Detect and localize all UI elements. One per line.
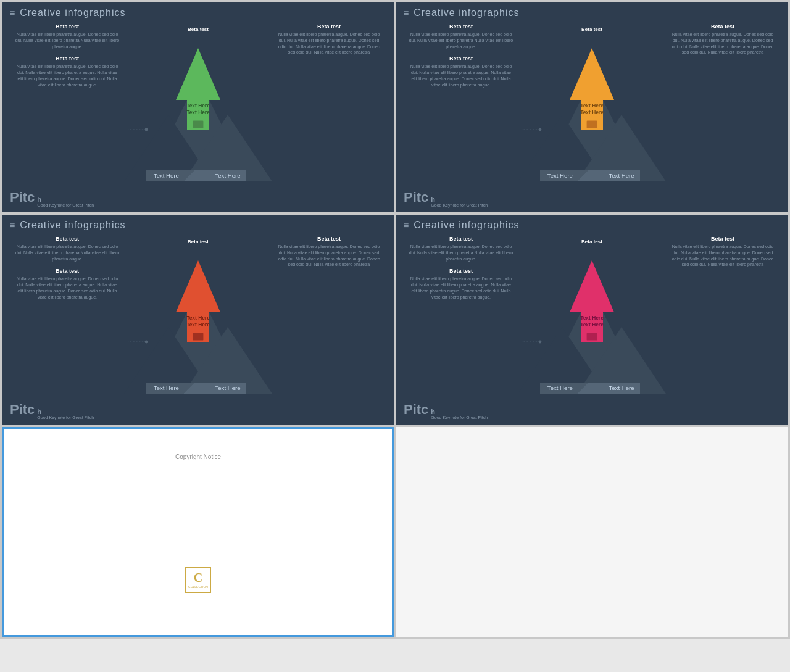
- svg-text:Text Here: Text Here: [580, 102, 604, 109]
- slide-1-beta-left: Beta test: [15, 56, 120, 62]
- slide-1-content: Beta test Nulla vitae elit libero pharet…: [2, 23, 394, 196]
- slide-2-beta-top: Beta test: [409, 23, 514, 30]
- slide-4-lorem-bottom: Nulla vitae elit libero pharetra augue. …: [409, 276, 514, 300]
- slide-1-footer: Pitc h Good Keynote for Great Pitch: [10, 191, 94, 207]
- slide-1-title: Creative infographics: [20, 7, 125, 19]
- slide-1-lorem-top: Nulla vitae elit libero pharetra augue. …: [15, 31, 120, 49]
- slide-4-beta-left: Beta test: [409, 268, 514, 274]
- slide-3-pyramid: Text Here Text Here Text Here Text Here: [120, 246, 276, 409]
- slide-3-beta-right: Beta test: [276, 236, 381, 242]
- slide-2[interactable]: ≡ Creative infographics Beta test Nulla …: [396, 2, 788, 212]
- svg-text:Text Here: Text Here: [186, 315, 210, 321]
- slide-1-beta-right: Beta test: [276, 23, 381, 30]
- slide-1-lorem-bottom: Nulla vitae elit libero pharetra augue. …: [15, 64, 120, 88]
- svg-rect-47: [587, 333, 597, 341]
- slide-4-right-text: Beta test Nulla vitae elit libero pharet…: [670, 236, 775, 274]
- svg-text:Text Here: Text Here: [186, 321, 210, 328]
- slide-1-header: ≡ Creative infographics: [2, 2, 394, 23]
- slide-3-lorem-top: Nulla vitae elit libero pharetra augue. …: [15, 244, 120, 262]
- slide-4-pyramid: Text Here Text Here Text Here Text Here: [514, 246, 670, 409]
- slide-1-right-text: Beta test Nulla vitae elit libero pharet…: [276, 23, 381, 62]
- slide-4-title: Creative infographics: [414, 220, 519, 231]
- slide-1-left-text: Beta test Nulla vitae elit libero pharet…: [15, 23, 120, 94]
- slide-3-right-text: Beta test Nulla vitae elit libero pharet…: [276, 236, 381, 274]
- slide-4-beta-top: Beta test: [409, 236, 514, 242]
- slide-4-content: Beta test Nulla vitae elit libero pharet…: [396, 236, 788, 409]
- svg-text:Text Here: Text Here: [186, 109, 210, 115]
- slide-1[interactable]: ≡ Creative infographics Beta test Nulla …: [2, 2, 394, 212]
- svg-text:Text Here: Text Here: [154, 384, 179, 391]
- slide-3-beta-top: Beta test: [15, 236, 120, 242]
- slide-3-pitch-sub: Good Keynote for Great Pitch: [37, 415, 94, 420]
- svg-text:Text Here: Text Here: [609, 172, 634, 179]
- slides-grid: ≡ Creative infographics Beta test Nulla …: [0, 0, 790, 639]
- slide-3-center: Beta test Text Here Text Here Text Here …: [120, 236, 276, 409]
- slide-4-footer: Pitc h Good Keynote for Great Pitch: [404, 403, 488, 420]
- svg-rect-8: [193, 121, 204, 128]
- slide-2-beta-left: Beta test: [409, 56, 514, 62]
- svg-text:C: C: [194, 571, 202, 584]
- slide-4-pitch-h: h: [431, 408, 488, 415]
- slide-2-center: Beta test Text Here Text Here Text Here …: [514, 23, 670, 196]
- slide-2-title: Creative infographics: [414, 7, 519, 19]
- slide-3-content: Beta test Nulla vitae elit libero pharet…: [2, 236, 394, 409]
- svg-text:Text Here: Text Here: [547, 172, 573, 179]
- hamburger-icon-4: ≡: [404, 220, 409, 230]
- slide-2-footer: Pitc h Good Keynote for Great Pitch: [404, 191, 488, 207]
- slide-2-beta-right: Beta test: [670, 23, 775, 30]
- svg-text:Text Here: Text Here: [547, 384, 573, 391]
- copyright-notice: Copyright Notice: [175, 454, 221, 460]
- copyright-slide: Copyright Notice C COLLECTION: [2, 427, 394, 637]
- slide-4-pitch: Pitc: [404, 403, 428, 417]
- svg-text:Text Here: Text Here: [580, 109, 604, 115]
- slide-3-footer: Pitc h Good Keynote for Great Pitch: [10, 403, 94, 420]
- slide-3[interactable]: ≡ Creative infographics Beta test Nulla …: [2, 215, 394, 425]
- svg-text:Text Here: Text Here: [609, 384, 634, 391]
- slide-1-beta-center: Beta test: [188, 27, 209, 32]
- slide-3-lorem-right: Nulla vitae elit libero pharetra augue. …: [276, 244, 381, 268]
- slide-3-left-text: Beta test Nulla vitae elit libero pharet…: [15, 236, 120, 307]
- slide-4-left-text: Beta test Nulla vitae elit libero pharet…: [409, 236, 514, 307]
- slide-1-beta-top: Beta test: [15, 23, 120, 30]
- slide-1-pyramid: Text Here Text Here Text Here Text Here: [120, 33, 276, 196]
- slide-2-lorem-right: Nulla vitae elit libero pharetra augue. …: [670, 31, 775, 56]
- slide-3-title: Creative infographics: [20, 220, 125, 231]
- svg-text:Text Here: Text Here: [154, 172, 179, 179]
- slide-4-beta-right: Beta test: [670, 236, 775, 242]
- slide-3-pitch-h: h: [37, 408, 94, 415]
- slide-4[interactable]: ≡ Creative infographics Beta test Nulla …: [396, 215, 788, 425]
- slide-3-header: ≡ Creative infographics: [2, 215, 394, 236]
- slide-2-beta-center: Beta test: [581, 27, 602, 32]
- hamburger-icon-2: ≡: [404, 8, 409, 18]
- slide-1-pitch: Pitc: [10, 191, 35, 204]
- slide-2-header: ≡ Creative infographics: [396, 2, 788, 23]
- slide-2-pitch-sub: Good Keynote for Great Pitch: [431, 203, 488, 207]
- svg-text:Text Here: Text Here: [215, 172, 240, 179]
- slide-1-pitch-h: h: [37, 196, 94, 203]
- slide-2-left-text: Beta test Nulla vitae elit libero pharet…: [409, 23, 514, 94]
- slide-2-pyramid: Text Here Text Here Text Here Text Here: [514, 33, 670, 196]
- slide-2-pitch-h: h: [431, 196, 488, 203]
- slide-3-lorem-bottom: Nulla vitae elit libero pharetra augue. …: [15, 276, 120, 300]
- slide-1-lorem-right: Nulla vitae elit libero pharetra augue. …: [276, 31, 381, 56]
- slide-4-header: ≡ Creative infographics: [396, 215, 788, 236]
- svg-text:Text Here: Text Here: [580, 315, 604, 321]
- copyright-logo-area: C COLLECTION: [183, 565, 214, 623]
- slide-1-pitch-sub: Good Keynote for Great Pitch: [37, 203, 94, 207]
- svg-text:Text Here: Text Here: [186, 102, 210, 109]
- slide-3-beta-center: Beta test: [188, 239, 209, 244]
- slide-4-lorem-right: Nulla vitae elit libero pharetra augue. …: [670, 244, 775, 268]
- empty-slide: [396, 427, 788, 637]
- svg-text:Text Here: Text Here: [215, 384, 240, 391]
- slide-4-pitch-sub: Good Keynote for Great Pitch: [431, 415, 488, 420]
- svg-text:COLLECTION: COLLECTION: [188, 585, 208, 589]
- hamburger-icon-3: ≡: [10, 220, 15, 230]
- slide-4-lorem-top: Nulla vitae elit libero pharetra augue. …: [409, 244, 514, 262]
- slide-2-pitch: Pitc: [404, 191, 428, 204]
- slide-2-lorem-top: Nulla vitae elit libero pharetra augue. …: [409, 31, 514, 49]
- slide-3-pitch: Pitc: [10, 403, 35, 417]
- svg-rect-34: [193, 333, 204, 341]
- slide-2-right-text: Beta test Nulla vitae elit libero pharet…: [670, 23, 775, 62]
- slide-2-lorem-bottom: Nulla vitae elit libero pharetra augue. …: [409, 64, 514, 88]
- slide-3-beta-left: Beta test: [15, 268, 120, 274]
